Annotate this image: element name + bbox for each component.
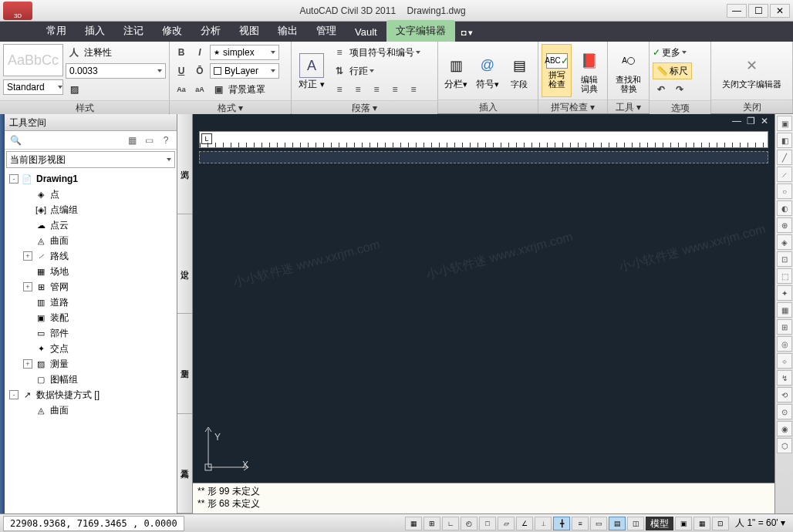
rtool-7[interactable]: ⊕ [777, 217, 792, 233]
tree-item[interactable]: ▦场地 [5, 264, 177, 279]
rtool-13[interactable]: ⊞ [777, 319, 792, 335]
canvas-minimize-icon[interactable]: — [731, 116, 742, 126]
mtext-edit-box[interactable] [199, 151, 768, 163]
color-combo[interactable]: ByLayer [210, 63, 279, 79]
tab-vault[interactable]: Vault [346, 22, 386, 42]
rtool-3[interactable]: ╱ [777, 150, 792, 165]
toolspace-help-icon[interactable]: ? [158, 133, 174, 147]
columns-button[interactable]: ▥ 分栏▾ [441, 44, 471, 97]
rtool-9[interactable]: ⊡ [777, 251, 792, 267]
overline-button[interactable]: Ō [191, 63, 208, 79]
3dosnap-button[interactable]: ▱ [498, 517, 515, 530]
ruler-icon[interactable]: 📏 [656, 66, 668, 76]
tab-view[interactable]: 视图 [230, 20, 268, 42]
linespacing-label[interactable]: 行距 [349, 65, 368, 78]
bullets-label[interactable]: 项目符号和编号 [349, 46, 414, 59]
font-combo[interactable]: ★simplex [210, 45, 279, 60]
edit-dict-button[interactable]: 📕 编辑 词典 [574, 44, 604, 97]
rtool-15[interactable]: ⟐ [777, 353, 792, 369]
tree-item[interactable]: ▥道路 [5, 295, 177, 310]
tree-toggle-icon[interactable]: + [23, 359, 32, 369]
rtool-6[interactable]: ◐ [777, 200, 792, 216]
layout-btn3[interactable]: ⊡ [712, 517, 729, 530]
tab-text-editor[interactable]: 文字编辑器 [386, 20, 455, 42]
tree-item[interactable]: ☁点云 [5, 217, 177, 233]
tree-item[interactable]: ◬曲面 [5, 233, 177, 248]
tab-insert[interactable]: 插入 [76, 20, 114, 42]
align-center-button[interactable]: ≡ [349, 82, 366, 97]
rtool-18[interactable]: ⊙ [777, 404, 792, 419]
align-dist-button[interactable]: ≡ [405, 82, 422, 97]
tab-modify[interactable]: 修改 [153, 20, 191, 42]
tree-item[interactable]: +▨测量 [5, 356, 177, 372]
tree-item[interactable]: ▢图幅组 [5, 372, 177, 387]
lowercase-button[interactable]: aA [191, 82, 208, 97]
close-button[interactable]: ✕ [770, 4, 790, 18]
toolspace-search-icon[interactable]: 🔍 [8, 133, 23, 147]
lwt-button[interactable]: ≡ [572, 517, 589, 530]
tree-item[interactable]: ◬曲面 [5, 402, 177, 418]
toolspace-btn1-icon[interactable]: ▦ [124, 133, 140, 147]
annotative-icon[interactable]: 人 [66, 45, 83, 60]
close-editor-button[interactable]: ✕ 关闭文字编辑器 [717, 44, 787, 97]
osnap-button[interactable]: □ [479, 517, 496, 530]
rtool-10[interactable]: ⬚ [777, 268, 792, 284]
bullets-icon[interactable]: ≡ [331, 45, 348, 60]
tree-item[interactable]: -↗数据快捷方式 [] [5, 387, 177, 402]
rtool-17[interactable]: ⟲ [777, 387, 792, 402]
rtool-19[interactable]: ◉ [777, 421, 792, 436]
drawing-viewport[interactable]: 小小软件迷 www.xxrjm.com 小小软件迷 www.xxrjm.com … [193, 163, 774, 483]
italic-button[interactable]: I [191, 45, 208, 60]
more-options-button[interactable]: 更多 [662, 46, 680, 59]
mask-icon[interactable]: ▨ [66, 82, 83, 97]
tree-toggle-icon[interactable]: + [23, 282, 32, 291]
tree-toggle-icon[interactable]: - [9, 174, 19, 184]
text-ruler[interactable]: L [199, 131, 768, 148]
tab-manage[interactable]: 管理 [307, 20, 346, 42]
symbol-button[interactable]: @ 符号▾ [473, 44, 502, 97]
find-replace-button[interactable]: A 查找和 替换 [611, 44, 646, 97]
tab-extra-icon[interactable]: ◘ ▾ [455, 24, 480, 42]
rtool-16[interactable]: ↯ [777, 370, 792, 386]
bold-button[interactable]: B [173, 45, 190, 60]
otrack-button[interactable]: ∠ [516, 517, 533, 530]
tree-item[interactable]: ▣装配 [5, 310, 177, 325]
underline-button[interactable]: U [173, 63, 190, 79]
ruler-tab-marker[interactable]: L [201, 133, 212, 144]
vtab-survey[interactable]: 测量 [177, 314, 192, 414]
vtab-toolbox[interactable]: 工具箱 [177, 414, 192, 514]
tab-annotate[interactable]: 注记 [114, 20, 153, 42]
tab-analyze[interactable]: 分析 [191, 20, 230, 42]
polar-button[interactable]: ◴ [461, 517, 477, 530]
minimize-button[interactable]: — [727, 4, 747, 18]
align-justify-button[interactable]: ≡ [386, 82, 403, 97]
field-button[interactable]: ▤ 字段 [504, 44, 534, 97]
redo-button[interactable]: ↷ [671, 82, 688, 97]
rtool-5[interactable]: ○ [777, 184, 792, 199]
qp-button[interactable]: ▤ [609, 517, 626, 530]
tree-item[interactable]: ▭部件 [5, 325, 177, 341]
undo-button[interactable]: ↶ [653, 82, 670, 97]
tab-home[interactable]: 常用 [37, 20, 76, 42]
canvas-restore-icon[interactable]: ❐ [745, 116, 756, 126]
tree-toggle-icon[interactable]: - [9, 390, 19, 399]
ducs-button[interactable]: ⟂ [535, 517, 552, 530]
tree-item[interactable]: [◈]点编组 [5, 202, 177, 217]
rtool-2[interactable]: ◧ [777, 133, 792, 148]
canvas-close-icon[interactable]: ✕ [759, 116, 770, 126]
toolspace-btn2-icon[interactable]: ▭ [141, 133, 157, 147]
drawing-canvas[interactable]: — ❐ ✕ L 小小软件迷 www.xxrjm.com 小小软件迷 www.xx… [193, 114, 774, 513]
tree-item[interactable]: ✦交点 [5, 341, 177, 356]
vtab-settings[interactable]: 设定 [177, 214, 192, 315]
tree-item[interactable]: +⊞管网 [5, 279, 177, 295]
maximize-button[interactable]: ☐ [748, 4, 768, 18]
spellcheck-button[interactable]: ABC✓ 拼写 检查 [542, 44, 572, 97]
layout-btn1[interactable]: ▣ [675, 517, 692, 530]
rtool-20[interactable]: ⬡ [777, 438, 792, 453]
tree-toggle-icon[interactable]: + [23, 251, 32, 261]
text-height-combo[interactable]: 0.0033 [66, 63, 166, 79]
bgmask-label[interactable]: 背景遮罩 [228, 83, 265, 96]
app-menu-icon[interactable]: 3D [3, 2, 32, 20]
rtool-8[interactable]: ◈ [777, 234, 792, 250]
tab-output[interactable]: 输出 [268, 20, 307, 42]
